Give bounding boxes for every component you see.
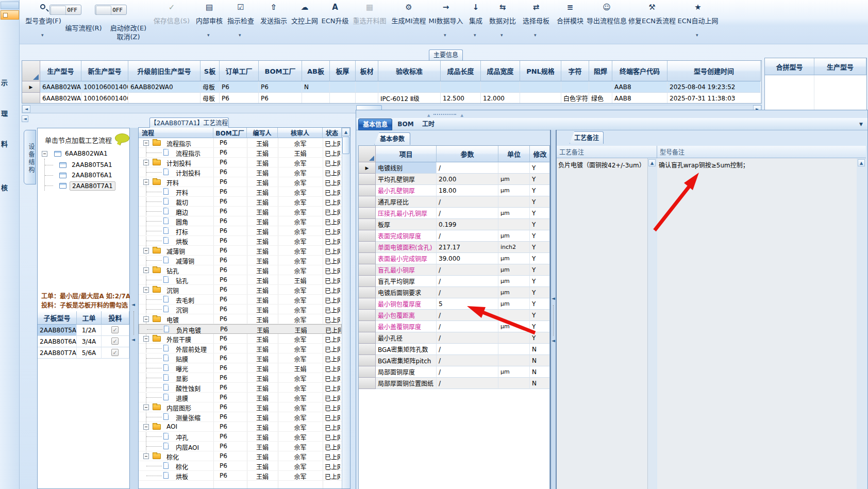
flow-node-label[interactable]: 计划投料	[166, 159, 191, 167]
flow-row[interactable]: 圆角P6王娟佘军已上网	[139, 216, 342, 226]
params-notes-splitter[interactable]: ◄ ◄	[550, 130, 557, 489]
flow-row[interactable]: 流程指示P6王娟佘军已上网	[139, 138, 342, 148]
grid-cell[interactable]	[330, 93, 356, 104]
flow-status-cell[interactable]: 已上网	[325, 188, 340, 197]
flow-bom-cell[interactable]: P6	[220, 394, 227, 401]
feed-checkbox[interactable]: ✓	[111, 349, 119, 356]
flow-column-header[interactable]: 编写人	[247, 128, 278, 138]
flow-reviewer-cell[interactable]: 王娟	[278, 149, 323, 158]
params-unit-cell[interactable]: μm	[498, 185, 530, 196]
flow-writer-cell[interactable]: 王娟	[247, 345, 278, 353]
flow-status-cell[interactable]: 已上网	[325, 433, 340, 442]
column-header[interactable]: 生产型号	[40, 61, 81, 81]
params-value-cell[interactable]: 217.17	[437, 242, 498, 253]
flow-node-label[interactable]: 测量张缩	[176, 413, 201, 422]
flow-writer-cell[interactable]: 王娟	[247, 374, 278, 383]
column-header[interactable]: 订单工厂	[220, 61, 259, 81]
flow-reviewer-cell[interactable]: 佘军	[278, 306, 323, 314]
flow-writer-cell[interactable]: 王娟	[247, 217, 278, 226]
flow-status-cell[interactable]: 已上网	[325, 227, 340, 236]
flow-row[interactable]: 电镀P6王娟佘军已上网	[139, 314, 342, 324]
toggle-switch[interactable]: OFF	[95, 5, 127, 15]
flow-row[interactable]: 计划投料P6王娟佘军已上网	[139, 167, 342, 177]
params-unit-cell[interactable]: μm	[498, 208, 530, 219]
sub-table-model-cell[interactable]: 2AAB80T6A1	[38, 336, 77, 347]
tab-main-info[interactable]: 主要信息	[429, 49, 463, 60]
process-notes-content[interactable]: 负片电镀（面铜按42+/-3um）	[557, 158, 648, 489]
params-item-cell[interactable]: 表面最小完成铜厚	[376, 253, 437, 264]
tab-device-structure[interactable]: 设备结构	[24, 130, 36, 184]
grid-cell[interactable]	[520, 81, 561, 93]
flow-bom-cell[interactable]: P6	[220, 198, 227, 205]
flow-row[interactable]: 负片电镀P6王娟王娟已上网	[139, 324, 342, 334]
tab-basic-params[interactable]: 基本参数	[374, 132, 410, 145]
flow-writer-cell[interactable]: 王娟	[247, 452, 278, 461]
grid-cell[interactable]	[589, 81, 612, 93]
flow-row[interactable]: 磨边P6王娟佘军已上网	[139, 207, 342, 216]
flow-writer-cell[interactable]: 王娟	[247, 423, 278, 432]
flow-writer-cell[interactable]: 王娟	[247, 306, 278, 314]
params-row-selector[interactable]	[359, 219, 376, 230]
dropdown-arrow-icon[interactable]: ▾	[696, 32, 698, 38]
flow-reviewer-cell[interactable]: 佘军	[278, 188, 323, 197]
feed-checkbox[interactable]: ✓	[111, 326, 119, 333]
flow-bom-cell[interactable]: P6	[220, 149, 227, 156]
params-flag-cell[interactable]: N	[530, 366, 550, 378]
params-column-header[interactable]: 参数	[437, 146, 498, 162]
tab-hours[interactable]: 工时	[417, 119, 440, 130]
dropdown-arrow-icon[interactable]: ▾	[41, 32, 44, 38]
flow-reviewer-cell[interactable]: 佘军	[278, 178, 323, 187]
flow-writer-cell[interactable]: 王娟	[247, 296, 278, 305]
tree-node-child[interactable]: 2AAB80T5A1	[41, 160, 127, 170]
flow-bom-cell[interactable]: P6	[220, 266, 227, 274]
flow-reviewer-cell[interactable]: 佘军	[278, 345, 323, 353]
params-flag-cell[interactable]: Y	[530, 219, 550, 230]
params-value-cell[interactable]: /	[437, 196, 498, 208]
scroll-up-icon[interactable]: ▲	[342, 128, 350, 136]
flow-bom-cell[interactable]: P6	[220, 403, 227, 411]
tree-node-child[interactable]: 2AAB80T6A1	[41, 171, 127, 180]
flow-row[interactable]: 显影P6王娟佘军已上网	[139, 373, 342, 383]
tree-expander-icon[interactable]	[143, 316, 149, 322]
flow-node-label[interactable]: 流程指示	[176, 149, 201, 158]
tree-expander-icon[interactable]	[143, 336, 149, 342]
tree-node-label[interactable]: 6AAB802WA1	[65, 150, 108, 157]
flow-writer-cell[interactable]: 王娟	[247, 433, 278, 442]
grid-corner-header[interactable]	[22, 61, 40, 81]
flow-writer-cell[interactable]: 王娟	[247, 159, 278, 167]
flow-node-label[interactable]: 曝光	[176, 364, 188, 373]
grid-cell[interactable]	[302, 93, 330, 104]
params-row-selector[interactable]	[359, 366, 376, 378]
flow-node-label[interactable]: 去毛刺	[176, 296, 194, 305]
flow-row[interactable]: 钻孔P6王娟王娟已上网	[139, 275, 342, 285]
tree-node-label[interactable]: 2AAB80T5A1	[70, 161, 114, 169]
sub-table-order-cell[interactable]: 3/4A	[77, 336, 102, 347]
params-flag-cell[interactable]: Y	[530, 174, 550, 185]
params-value-cell[interactable]: /	[437, 264, 498, 276]
flow-writer-cell[interactable]: 王娟	[247, 315, 278, 324]
edge-item-fragment[interactable]: 示	[1, 77, 19, 87]
tree-node-label[interactable]: 2AAB80T6A1	[70, 171, 114, 179]
params-unit-cell[interactable]	[498, 378, 530, 389]
params-flag-cell[interactable]: Y	[530, 253, 550, 264]
params-row-selector[interactable]	[359, 264, 376, 276]
params-row-selector[interactable]	[359, 310, 376, 321]
flow-reviewer-cell[interactable]: 佘军	[278, 266, 323, 275]
flow-node-label[interactable]: 显影	[176, 374, 188, 383]
flow-writer-cell[interactable]: 王娟	[247, 237, 278, 246]
grid-cell[interactable]: P6	[220, 93, 259, 104]
params-row-selector[interactable]	[359, 208, 376, 219]
params-unit-cell[interactable]	[498, 355, 530, 366]
column-header[interactable]: 成品长度	[441, 61, 481, 81]
horizontal-splitter-handle[interactable]: ▲ ▲	[427, 113, 463, 117]
params-unit-cell[interactable]: μm	[498, 321, 530, 332]
flow-bom-cell[interactable]: P6	[220, 384, 227, 391]
params-flag-cell[interactable]: N	[530, 344, 550, 355]
flow-status-cell[interactable]: 已上网	[325, 168, 340, 177]
flow-status-cell[interactable]: 已上网	[325, 286, 340, 295]
tree-expander-icon[interactable]	[143, 248, 149, 254]
grid-cell[interactable]: P6	[220, 81, 259, 93]
edge-item-fragment[interactable]: 料	[1, 139, 19, 148]
grid-cell[interactable]: N	[302, 81, 330, 93]
flow-row[interactable]: 流程指示P6王娟王娟已上网	[139, 148, 342, 158]
